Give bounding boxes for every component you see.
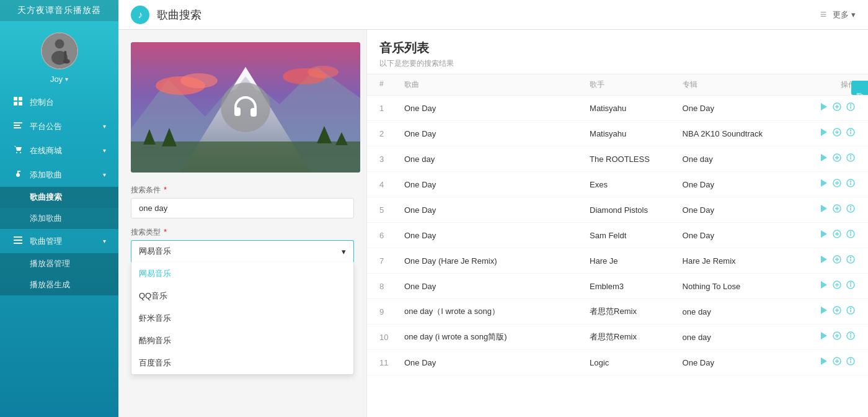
info-button[interactable] [846,305,856,318]
play-button[interactable] [818,356,828,369]
play-button[interactable] [818,127,828,140]
play-button[interactable] [818,229,828,241]
sidebar-item-song-search[interactable]: 歌曲搜索 [0,187,118,208]
songs-list: 1 One Day Matisyahu One Day 2 One Day Ma… [367,96,868,375]
info-button[interactable] [846,356,856,369]
info-button[interactable] [846,178,856,191]
col-header-album: 专辑 [683,79,794,90]
play-button[interactable] [818,102,828,114]
app-title: 天方夜谭音乐播放器 [0,0,118,21]
song-title: One day [404,155,590,164]
song-title: One Day (Hare Je Remix) [404,256,590,266]
sidebar-item-add-song[interactable]: 添加歌曲 ▾ [0,163,118,187]
svg-point-30 [180,73,218,88]
sidebar-item-add-songs-sub[interactable]: 添加歌曲 [0,208,118,229]
song-actions [794,254,856,267]
header-title: 歌曲搜索 [157,7,202,22]
info-button[interactable] [846,331,856,343]
add-to-list-button[interactable] [832,178,842,191]
search-input[interactable] [131,198,354,218]
more-button[interactable]: 更多 ▾ [833,9,856,20]
option-xiami[interactable]: 虾米音乐 [131,307,353,330]
song-artist: Diamond Pistols [590,205,683,215]
song-title: one day（I wrote a song） [404,306,590,317]
add-to-list-button[interactable] [832,127,842,140]
song-title: one day (i wrote a song简版) [404,331,590,343]
username-arrow-icon[interactable]: ▾ [65,76,68,83]
song-album: One Day [683,358,794,367]
sidebar-label-song-manage: 歌曲管理 [30,236,62,247]
sidebar-item-song-manage[interactable]: 歌曲管理 ▾ [0,229,118,253]
add-to-list-button[interactable] [832,305,842,318]
song-actions [794,178,856,191]
sidebar-item-shop[interactable]: 在线商城 ▾ [0,138,118,163]
song-album: One Day [683,104,794,113]
song-artist: Hare Je [590,256,683,266]
song-title: One Day [404,129,590,138]
svg-point-39 [851,105,851,105]
table-row: 3 One day The ROOTLESS One day [367,146,868,172]
svg-point-88 [851,283,851,284]
svg-marker-40 [821,128,827,136]
song-num: 7 [379,256,404,266]
sidebar-item-announcement[interactable]: 平台公告 ▾ [0,114,118,138]
song-title: One Day [404,180,590,189]
list-view-button[interactable]: ≡ [820,8,827,21]
add-to-list-button[interactable] [832,280,842,292]
avatar[interactable] [41,32,78,70]
song-num: 4 [379,180,404,189]
info-button[interactable] [846,102,856,114]
song-actions [794,280,856,292]
music-list-subtitle: 以下是您要的搜索结果 [379,58,856,69]
add-to-list-button[interactable] [832,229,842,241]
svg-rect-6 [19,97,22,101]
play-button[interactable] [818,254,828,267]
info-button[interactable] [846,229,856,241]
shop-icon [12,145,24,156]
song-actions [794,356,856,369]
info-button[interactable] [846,204,856,216]
svg-marker-103 [821,357,827,365]
add-to-list-button[interactable] [832,356,842,369]
option-qq[interactable]: QQ音乐 [131,285,353,307]
add-to-list-button[interactable] [832,254,842,267]
sidebar-item-control[interactable]: 控制台 [0,90,118,114]
add-to-list-button[interactable] [832,102,842,114]
table-row: 10 one day (i wrote a song简版) 者思范Remix o… [367,325,868,350]
info-button[interactable] [846,127,856,140]
dropdown-arrow-icon: ▾ [342,247,346,256]
song-artist: Sam Feldt [590,231,683,240]
song-num: 1 [379,104,404,113]
user-section: Joy ▾ [0,21,118,90]
info-button[interactable] [846,254,856,267]
play-button[interactable] [818,331,828,343]
option-wangyi[interactable]: 网易音乐 [131,262,353,285]
sidebar-item-player-manage[interactable]: 播放器管理 [0,253,118,274]
song-actions [794,102,856,114]
add-to-list-button[interactable] [832,204,842,216]
sidebar-item-player-generate[interactable]: 播放器生成 [0,274,118,295]
play-button[interactable] [818,280,828,292]
svg-marker-82 [821,281,827,289]
option-kugou[interactable]: 酷狗音乐 [131,330,353,352]
add-to-list-button[interactable] [832,331,842,343]
info-button[interactable] [846,280,856,292]
song-album: Nothing To Lose [683,282,794,291]
col-header-artist: 歌手 [590,79,683,90]
header-icon: ♪ [131,6,149,24]
song-num: 2 [379,129,404,138]
play-button[interactable] [818,153,828,165]
info-button[interactable] [846,153,856,165]
svg-point-53 [851,156,851,156]
search-type-select[interactable]: 网易音乐 ▾ [131,240,354,262]
table-row: 2 One Day Matisyahu NBA 2K10 Soundtrack [367,121,868,146]
option-baidu[interactable]: 百度音乐 [131,352,353,374]
side-tab[interactable]: 歌 单 [851,81,868,95]
play-button[interactable] [818,178,828,191]
svg-rect-5 [14,97,17,101]
svg-rect-17 [14,236,22,238]
play-button[interactable] [818,204,828,216]
table-row: 6 One Day Sam Feldt One Day [367,223,868,248]
add-to-list-button[interactable] [832,153,842,165]
play-button[interactable] [818,305,828,318]
